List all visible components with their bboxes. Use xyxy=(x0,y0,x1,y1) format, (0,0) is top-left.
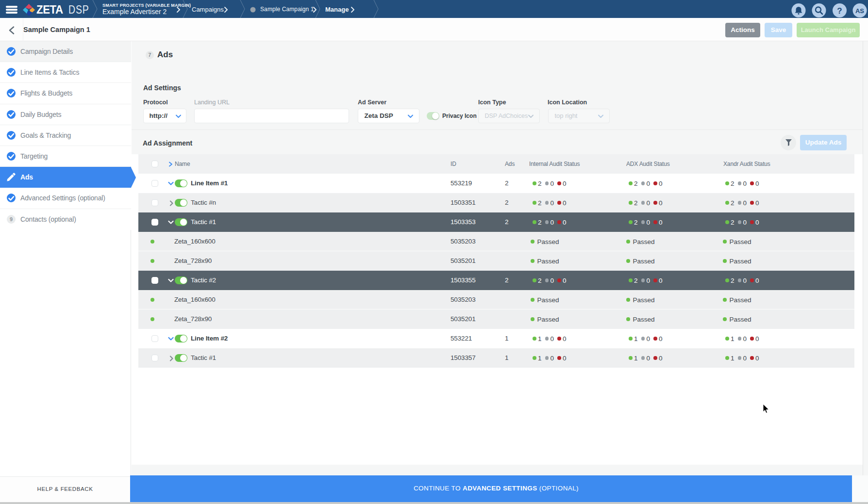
svg-text:AS: AS xyxy=(855,7,864,14)
svg-text:?: ? xyxy=(837,6,842,15)
svg-text:9: 9 xyxy=(10,216,13,222)
